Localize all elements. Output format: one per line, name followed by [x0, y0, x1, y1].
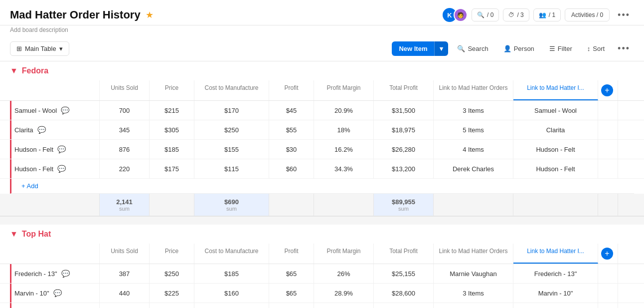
sort-button[interactable]: ↕ Sort — [581, 42, 611, 55]
group-toggle-fedora[interactable]: ▼ — [10, 66, 18, 75]
cell-link-orders: 5 Items — [434, 120, 513, 139]
search-icon: 🔍 — [457, 45, 465, 52]
search-button[interactable]: 🔍 Search — [451, 42, 494, 55]
cell-link-hatter: Hudson - Felt — [513, 140, 598, 159]
col-cost-th[interactable]: Cost to Manufacture — [194, 244, 269, 264]
table-row: Frederich - 13" 💬 387 $250 $185 $65 26% … — [0, 264, 644, 284]
cell-price: $250 — [150, 264, 194, 283]
sum-cell-name — [10, 194, 100, 216]
new-item-arrow-icon[interactable]: ▾ — [434, 41, 448, 56]
view-selector-button[interactable]: ⊞ Main Table ▾ — [10, 41, 69, 56]
cell-profit: $65 — [269, 264, 314, 283]
cell-extra — [598, 264, 618, 283]
comment-icon[interactable]: 💬 — [57, 145, 66, 153]
summary-row-fedora: 2,141 sum $690 sum $89,955 sum — [0, 194, 644, 217]
automation-icon: ⏱ — [508, 11, 514, 18]
col-name — [10, 80, 100, 100]
new-item-button[interactable]: New Item ▾ — [392, 41, 448, 56]
cell-units: 345 — [100, 120, 150, 139]
cell-profit: $65 — [269, 284, 314, 303]
cell-extra — [598, 120, 618, 139]
invite-icon: 👥 — [539, 11, 546, 18]
col-price-th[interactable]: Price — [150, 244, 194, 264]
filter-button[interactable]: ☰ Filter — [543, 42, 578, 55]
cell-units: 440 — [100, 284, 150, 303]
sum-cell-link-hatter — [513, 194, 598, 216]
comment-icon[interactable]: 💬 — [61, 270, 70, 278]
avatar-overlay: 🧑 — [454, 8, 468, 22]
col-profit-th[interactable]: Profit — [269, 244, 314, 264]
add-row-label: + Add — [21, 182, 38, 190]
sum-cell-extra — [598, 194, 618, 216]
cell-units: 876 — [100, 140, 150, 159]
automation-button[interactable]: ⏱ / 3 — [503, 8, 529, 21]
table-row: Hudson - Felt 💬 220 $175 $115 $60 34.3% … — [0, 159, 644, 179]
col-add-th[interactable]: + — [598, 244, 618, 264]
star-icon[interactable]: ★ — [146, 9, 154, 20]
person-icon: 👤 — [503, 45, 511, 52]
row-name: Marvin - 10" — [14, 290, 49, 297]
comment-icon[interactable]: 💬 — [61, 106, 69, 114]
col-link-hatter[interactable]: Link to Mad Hatter I... — [513, 80, 598, 100]
col-link-hatter-th[interactable]: Link to Mad Hatter I... — [513, 244, 598, 264]
col-headers-tophat: Units Sold Price Cost to Manufacture Pro… — [0, 244, 644, 264]
col-link-orders-th[interactable]: Link to Mad Hatter Orders — [434, 244, 513, 264]
col-price[interactable]: Price — [150, 80, 194, 100]
activities-button[interactable]: Activities / 0 — [565, 8, 610, 21]
cell-total-profit: $26,280 — [374, 140, 434, 159]
col-total-profit-th[interactable]: Total Profit — [374, 244, 434, 264]
search-count: / 0 — [487, 11, 493, 18]
view-label: Main Table — [25, 45, 56, 52]
cell-units: 700 — [100, 101, 150, 120]
new-item-label: New Item — [392, 41, 434, 56]
group-name-tophat[interactable]: Top Hat — [22, 230, 51, 239]
comment-icon[interactable]: 💬 — [57, 165, 66, 173]
group-toggle-tophat[interactable]: ▼ — [10, 230, 18, 239]
col-total-profit[interactable]: Total Profit — [374, 80, 434, 100]
col-margin[interactable]: Profit Margin — [314, 80, 374, 100]
cell-link-orders: 4 Items — [434, 140, 513, 159]
cell-margin: 26% — [314, 264, 374, 283]
col-profit[interactable]: Profit — [269, 80, 314, 100]
comment-icon[interactable]: 💬 — [53, 289, 62, 297]
group-name-fedora[interactable]: Fedora — [22, 66, 48, 75]
table-row: Jack - 8" 💬 779 $200 $140 $60 30% $46,74… — [0, 303, 644, 308]
add-column-button-th[interactable]: + — [601, 248, 613, 260]
col-units-sold[interactable]: Units Sold — [100, 80, 150, 100]
filter-icon: ☰ — [549, 45, 555, 52]
comment-icon[interactable]: 💬 — [37, 126, 46, 134]
col-add[interactable]: + — [598, 80, 618, 100]
automation-count: / 3 — [517, 11, 523, 18]
filter-label: Filter — [558, 45, 572, 52]
col-name-th — [10, 244, 100, 264]
col-cost[interactable]: Cost to Manufacture — [194, 80, 269, 100]
add-row-fedora[interactable]: + Add — [10, 179, 634, 194]
cell-name: Clarita 💬 — [10, 120, 100, 139]
cell-total-profit: $13,200 — [374, 159, 434, 178]
toolbar-more-button[interactable]: ••• — [614, 40, 634, 57]
table-icon: ⊞ — [16, 45, 22, 52]
sum-units-label: sum — [119, 206, 130, 212]
cell-margin: 20.9% — [314, 101, 374, 120]
col-units-sold-th[interactable]: Units Sold — [100, 244, 150, 264]
person-button[interactable]: 👤 Person — [497, 42, 540, 55]
row-name: Hudson - Felt — [14, 165, 53, 173]
row-name: Clarita — [14, 126, 33, 134]
cell-margin: 16.2% — [314, 140, 374, 159]
invite-button[interactable]: 👥 / 1 — [533, 8, 561, 21]
cell-name: Hudson - Felt 💬 — [10, 140, 100, 159]
col-link-orders[interactable]: Link to Mad Hatter Orders — [434, 80, 513, 100]
header-more-button[interactable]: ••• — [614, 7, 634, 23]
cell-name: Samuel - Wool 💬 — [10, 101, 100, 120]
avatar-group[interactable]: K 🧑 — [442, 7, 468, 23]
col-headers-fedora: Units Sold Price Cost to Manufacture Pro… — [0, 80, 644, 101]
add-column-button[interactable]: + — [601, 84, 613, 96]
col-margin-th[interactable]: Profit Margin — [314, 244, 374, 264]
cell-extra — [598, 303, 618, 308]
cell-units: 387 — [100, 264, 150, 283]
board-subtitle[interactable]: Add board description — [0, 25, 644, 36]
group-fedora: ▼ Fedora Units Sold Price Cost to Manufa… — [0, 61, 644, 217]
cell-link-hatter: Hudson - Felt — [513, 159, 598, 178]
cell-link-orders: 3 Items — [434, 284, 513, 303]
search-count-button[interactable]: 🔍 / 0 — [472, 8, 499, 21]
